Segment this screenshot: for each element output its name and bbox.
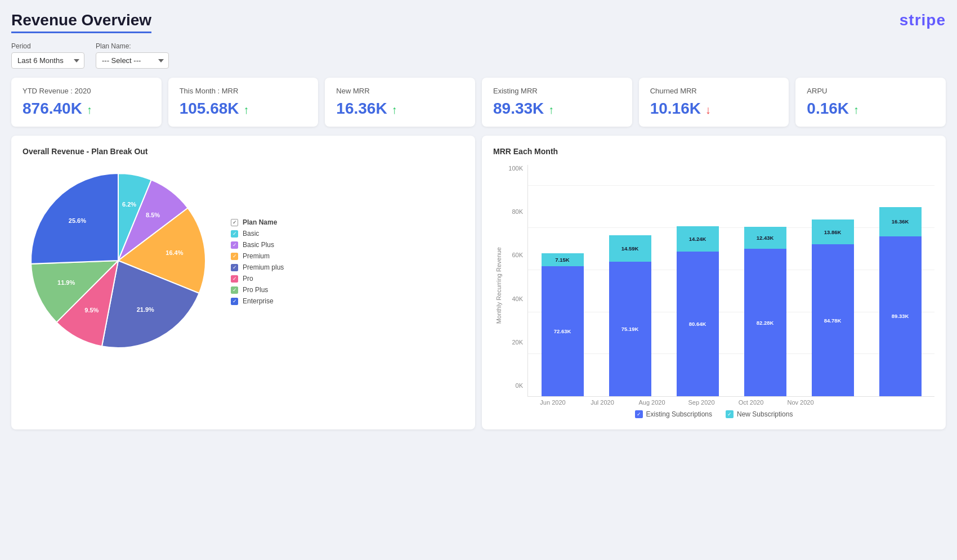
metric-value-5: 0.16K ↑ bbox=[807, 100, 934, 118]
bar-existing-1: 75.19K bbox=[609, 262, 651, 396]
header: Revenue Overview stripe bbox=[11, 11, 946, 33]
legend-label-3: Premium plus bbox=[243, 263, 284, 271]
page-title: Revenue Overview bbox=[11, 11, 151, 33]
metrics-row: YTD Revenue : 2020 876.40K ↑ This Month … bbox=[11, 78, 946, 127]
bar-new-4: 13.86K bbox=[812, 219, 854, 244]
existing-label-5: 89.33K bbox=[892, 313, 909, 319]
x-label-5: Nov 2020 bbox=[781, 399, 820, 406]
bar-chart-legend: ✓ Existing Subscriptions ✓ New Subscript… bbox=[493, 410, 934, 418]
legend-label-2: Premium bbox=[243, 252, 270, 260]
new-label-3: 12.43K bbox=[757, 235, 774, 241]
existing-label-1: 75.19K bbox=[621, 326, 639, 332]
bar-new-5: 16.36K bbox=[879, 207, 922, 236]
plan-filter-group: Plan Name: --- Select --- Basic Basic Pl… bbox=[96, 42, 169, 69]
metric-card-2: New MRR 16.36K ↑ bbox=[325, 78, 475, 127]
metric-value-0: 876.40K ↑ bbox=[23, 100, 150, 118]
y-tick-100: 100K bbox=[508, 165, 523, 172]
bar-chart-inner: 100K80K60K40K20K0K 7.15K72.63K14.59K75.1… bbox=[502, 165, 934, 406]
existing-label-4: 84.78K bbox=[824, 317, 842, 324]
bar-new-2: 14.24K bbox=[677, 226, 719, 252]
existing-label-0: 72.63K bbox=[554, 328, 571, 334]
y-tick-60: 60K bbox=[512, 252, 523, 258]
legend-item-6[interactable]: ✓ Enterprise bbox=[231, 297, 284, 305]
pie-container: 6.2%8.5%16.4%21.9%9.5%11.9%25.6% ✓Plan N… bbox=[23, 165, 464, 359]
metric-label-4: Churned MRR bbox=[650, 87, 778, 95]
bar-chart-title: MRR Each Month bbox=[493, 147, 934, 156]
legend-item-5[interactable]: ✓ Pro Plus bbox=[231, 286, 284, 294]
metric-card-0: YTD Revenue : 2020 876.40K ↑ bbox=[11, 78, 162, 127]
legend-item-4[interactable]: ✓ Pro bbox=[231, 275, 284, 283]
new-label-0: 7.15K bbox=[555, 257, 569, 263]
legend-item-0[interactable]: ✓ Basic bbox=[231, 230, 284, 238]
pie-chart-title: Overall Revenue - Plan Break Out bbox=[23, 147, 464, 156]
legend-label-5: Pro Plus bbox=[243, 286, 268, 294]
metric-value-2: 16.36K ↑ bbox=[336, 100, 464, 118]
bar-new-3: 12.43K bbox=[744, 227, 786, 249]
pie-chart-card: Overall Revenue - Plan Break Out 6.2%8.5… bbox=[11, 136, 475, 429]
existing-label-3: 82.28K bbox=[757, 320, 774, 326]
bar-legend-item-1: ✓ New Subscriptions bbox=[726, 410, 793, 418]
pie-svg: 6.2%8.5%16.4%21.9%9.5%11.9%25.6% bbox=[23, 165, 214, 356]
y-axis: 100K80K60K40K20K0K bbox=[502, 165, 527, 406]
bar-chart-flex: Monthly Recurring Revenue 100K80K60K40K2… bbox=[493, 165, 934, 406]
bar-chart-area: 100K80K60K40K20K0K 7.15K72.63K14.59K75.1… bbox=[502, 165, 934, 406]
stripe-logo: stripe bbox=[900, 11, 946, 29]
bar-existing-5: 89.33K bbox=[879, 236, 922, 396]
plan-label: Plan Name: bbox=[96, 42, 169, 50]
bar-existing-3: 82.28K bbox=[744, 249, 786, 396]
period-select[interactable]: Last 6 Months Last 3 Months Last 12 Mont… bbox=[11, 52, 84, 69]
metric-label-2: New MRR bbox=[336, 87, 464, 95]
pie-label-pro plus: 11.9% bbox=[57, 279, 75, 286]
bar-group-1: 14.59K75.19K bbox=[601, 171, 659, 396]
new-label-1: 14.59K bbox=[621, 245, 639, 252]
legend-label-4: Pro bbox=[243, 275, 253, 283]
legend-label-6: Enterprise bbox=[243, 297, 274, 305]
pie-label-basic plus: 8.5% bbox=[146, 212, 160, 218]
y-axis-title-wrapper: Monthly Recurring Revenue bbox=[493, 165, 502, 406]
bar-existing-0: 72.63K bbox=[542, 266, 584, 396]
pie-label-premium plus: 21.9% bbox=[137, 306, 154, 313]
bars-col: 7.15K72.63K14.59K75.19K14.24K80.64K12.43… bbox=[527, 165, 934, 406]
x-label-0: Jun 2020 bbox=[533, 399, 573, 406]
bar-group-5: 16.36K89.33K bbox=[871, 171, 929, 396]
x-label-4: Oct 2020 bbox=[731, 399, 771, 406]
legend-label-0: Basic bbox=[243, 230, 259, 238]
period-label: Period bbox=[11, 42, 84, 50]
legend-item-2[interactable]: ✓ Premium bbox=[231, 252, 284, 260]
metric-card-3: Existing MRR 89.33K ↑ bbox=[482, 78, 632, 127]
bar-new-1: 14.59K bbox=[609, 235, 651, 261]
y-tick-20: 20K bbox=[512, 339, 523, 346]
legend-header: ✓Plan Name bbox=[231, 218, 284, 226]
legend-label-1: Basic Plus bbox=[243, 241, 274, 249]
metric-value-3: 89.33K ↑ bbox=[493, 100, 621, 118]
bar-new-0: 7.15K bbox=[542, 253, 584, 266]
metric-value-4: 10.16K ↓ bbox=[650, 100, 778, 118]
y-axis-title: Monthly Recurring Revenue bbox=[493, 247, 502, 324]
pie-label-pro: 9.5% bbox=[84, 307, 99, 313]
metric-label-0: YTD Revenue : 2020 bbox=[23, 87, 150, 95]
legend-item-1[interactable]: ✓ Basic Plus bbox=[231, 241, 284, 249]
pie-label-basic: 6.2% bbox=[122, 201, 136, 208]
bars-area: 7.15K72.63K14.59K75.19K14.24K80.64K12.43… bbox=[527, 165, 934, 397]
legend-item-3[interactable]: ✓ Premium plus bbox=[231, 263, 284, 271]
filters: Period Last 6 Months Last 3 Months Last … bbox=[11, 42, 946, 69]
charts-row: Overall Revenue - Plan Break Out 6.2%8.5… bbox=[11, 136, 946, 429]
bar-group-4: 13.86K84.78K bbox=[804, 171, 861, 396]
x-label-3: Sep 2020 bbox=[682, 399, 721, 406]
page-wrapper: Revenue Overview stripe Period Last 6 Mo… bbox=[11, 11, 946, 429]
metric-label-3: Existing MRR bbox=[493, 87, 621, 95]
metric-card-1: This Month : MRR 105.68K ↑ bbox=[168, 78, 319, 127]
bar-chart-card: MRR Each Month Monthly Recurring Revenue… bbox=[482, 136, 946, 429]
plan-select[interactable]: --- Select --- Basic Basic Plus Premium … bbox=[96, 52, 169, 69]
bar-existing-2: 80.64K bbox=[677, 252, 719, 396]
y-tick-40: 40K bbox=[512, 295, 523, 302]
x-label-2: Aug 2020 bbox=[632, 399, 672, 406]
pie-label-premium: 16.4% bbox=[166, 249, 183, 256]
metric-label-1: This Month : MRR bbox=[180, 87, 307, 95]
existing-label-2: 80.64K bbox=[689, 321, 706, 327]
metric-label-5: ARPU bbox=[807, 87, 934, 95]
y-tick-80: 80K bbox=[512, 208, 523, 215]
bar-chart-wrapper: Monthly Recurring Revenue 100K80K60K40K2… bbox=[493, 165, 934, 418]
pie-svg-wrapper: 6.2%8.5%16.4%21.9%9.5%11.9%25.6% bbox=[23, 165, 214, 359]
metric-value-1: 105.68K ↑ bbox=[180, 100, 307, 118]
